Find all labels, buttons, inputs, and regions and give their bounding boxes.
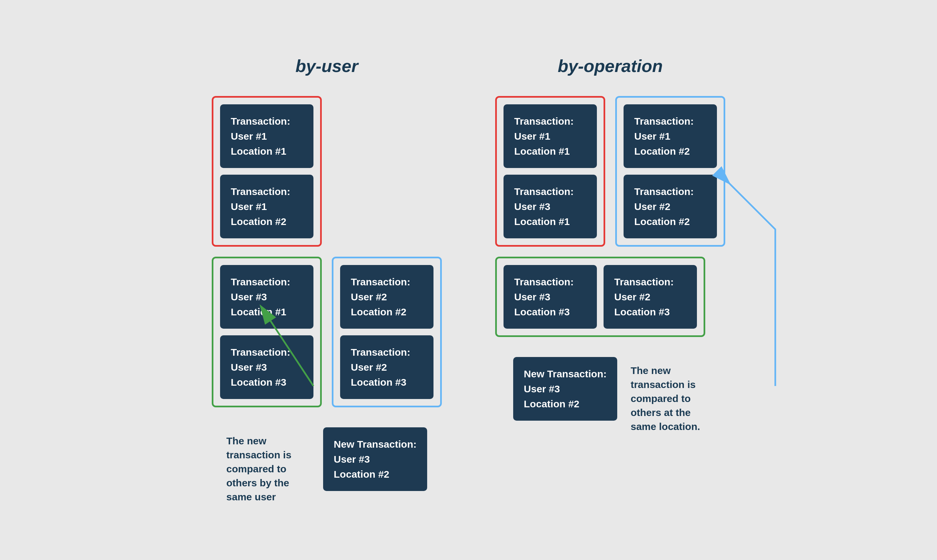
by-op-blue-group: Transaction: User #1 Location #2 Transac…: [615, 96, 725, 247]
tx-op-user2-loc3: Transaction: User #2 Location #3: [603, 265, 697, 329]
by-operation-section: by-operation Transaction: User #1 Locati…: [495, 56, 725, 434]
by-user-title: by-user: [295, 56, 358, 76]
tx-op-user3-loc3: Transaction: User #3 Location #3: [503, 265, 597, 329]
by-user-row1: Transaction: User #1 Location #1 Transac…: [212, 96, 442, 247]
by-user-groups-wrapper: Transaction: User #1 Location #1 Transac…: [212, 96, 442, 407]
by-user-red-group: Transaction: User #1 Location #1 Transac…: [212, 96, 322, 247]
by-user-section: by-user Transaction: User #1 Location #1…: [212, 56, 442, 504]
by-op-bottom-section: New Transaction: User #3 Location #2 The…: [513, 357, 707, 434]
tx-user3-loc3: Transaction: User #3 Location #3: [220, 335, 314, 399]
tx-user1-loc1: Transaction: User #1 Location #1: [220, 104, 314, 168]
tx-op-user1-loc2: Transaction: User #1 Location #2: [623, 104, 717, 168]
tx-user2-loc2: Transaction: User #2 Location #2: [340, 265, 434, 329]
by-op-bottom-row: Transaction: User #3 Location #3 Transac…: [495, 257, 725, 337]
by-op-wrapper: Transaction: User #1 Location #1 Transac…: [495, 96, 725, 337]
tx-user2-loc3: Transaction: User #2 Location #3: [340, 335, 434, 399]
by-user-bottom: The new transaction is compared to other…: [226, 427, 427, 504]
by-user-blue-group: Transaction: User #2 Location #2 Transac…: [332, 257, 442, 407]
tx-op-user1-loc1: Transaction: User #1 Location #1: [503, 104, 597, 168]
by-operation-title: by-operation: [558, 56, 663, 76]
tx-user3-loc1: Transaction: User #3 Location #1: [220, 265, 314, 329]
by-op-new-tx: New Transaction: User #3 Location #2: [513, 357, 617, 421]
by-op-top-row: Transaction: User #1 Location #1 Transac…: [495, 96, 725, 247]
by-user-row2: Transaction: User #3 Location #1 Transac…: [212, 257, 442, 407]
by-user-new-tx: New Transaction: User #3 Location #2: [323, 427, 427, 491]
by-op-annotation: The new transaction is compared to other…: [631, 364, 707, 434]
by-user-green-group: Transaction: User #3 Location #1 Transac…: [212, 257, 322, 407]
tx-op-user2-loc2: Transaction: User #2 Location #2: [623, 175, 717, 238]
by-op-red-group: Transaction: User #1 Location #1 Transac…: [495, 96, 605, 247]
tx-op-user3-loc1: Transaction: User #3 Location #1: [503, 175, 597, 238]
by-op-green-group: Transaction: User #3 Location #3 Transac…: [495, 257, 705, 337]
tx-user1-loc2: Transaction: User #1 Location #2: [220, 175, 314, 238]
by-user-groups: Transaction: User #1 Location #1 Transac…: [212, 96, 442, 407]
main-container: by-user Transaction: User #1 Location #1…: [185, 36, 752, 524]
by-user-annotation: The new transaction is compared to other…: [226, 434, 303, 504]
